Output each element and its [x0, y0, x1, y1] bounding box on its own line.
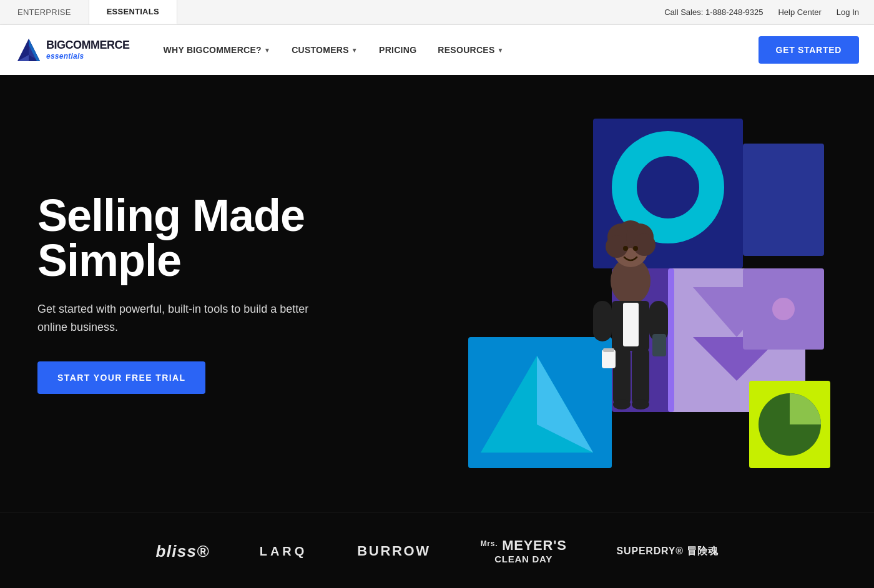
logo-bigcommerce: BIGCOMMERCE	[46, 39, 130, 52]
nav-why-bigcommerce[interactable]: WHY BIGCOMMERCE? ▼	[155, 40, 280, 60]
logo[interactable]: BIGCOMMERCE essentials	[15, 36, 130, 64]
brand-burrow: BURROW	[357, 543, 430, 559]
svg-rect-26	[623, 303, 639, 346]
brand-superdry: SUPERDRY® 冒険魂	[617, 545, 719, 558]
top-bar: ENTERPRISE ESSENTIALS Call Sales: 1-888-…	[0, 0, 874, 25]
nav-resources[interactable]: RESOURCES ▼	[429, 40, 512, 60]
essentials-tab[interactable]: ESSENTIALS	[89, 0, 177, 24]
logo-text: BIGCOMMERCE essentials	[46, 39, 130, 61]
svg-rect-31	[632, 348, 649, 404]
hero-content: Selling Made Simple Get started with pow…	[0, 143, 350, 444]
hero-subtitle: Get started with powerful, built-in tool…	[37, 300, 312, 336]
svg-point-37	[633, 246, 638, 251]
svg-point-11	[772, 298, 795, 320]
svg-rect-29	[652, 334, 666, 356]
svg-rect-30	[613, 348, 631, 404]
logo-essentials: essentials	[46, 52, 130, 61]
top-bar-right: Call Sales: 1-888-248-9325 Help Center L…	[664, 0, 874, 24]
svg-point-32	[613, 399, 631, 409]
main-nav: BIGCOMMERCE essentials WHY BIGCOMMERCE? …	[0, 25, 874, 75]
top-bar-tabs: ENTERPRISE ESSENTIALS	[0, 0, 177, 24]
hero-illustration	[393, 106, 830, 481]
why-bigcommerce-chevron-icon: ▼	[264, 47, 270, 54]
svg-rect-6	[743, 144, 824, 256]
nav-links: WHY BIGCOMMERCE? ▼ CUSTOMERS ▼ PRICING R…	[155, 40, 759, 60]
get-started-button[interactable]: GET STARTED	[759, 36, 859, 64]
brand-meyers: Mrs. MEYER'SCLEAN DAY	[481, 537, 567, 565]
brand-larq: LARQ	[260, 544, 308, 559]
nav-pricing[interactable]: PRICING	[370, 40, 425, 60]
hero-section: Selling Made Simple Get started with pow…	[0, 75, 874, 512]
bigcommerce-logo-icon	[15, 36, 42, 64]
help-center-link[interactable]: Help Center	[778, 7, 821, 17]
login-link[interactable]: Log In	[837, 7, 859, 17]
svg-point-33	[632, 399, 649, 409]
resources-chevron-icon: ▼	[498, 47, 504, 54]
brands-bar: bliss® LARQ BURROW Mrs. MEYER'SCLEAN DAY…	[0, 512, 874, 588]
svg-rect-34	[602, 350, 616, 368]
hero-visual	[350, 75, 874, 512]
customers-chevron-icon: ▼	[351, 47, 358, 54]
svg-rect-35	[603, 348, 614, 352]
hero-title: Selling Made Simple	[37, 193, 312, 283]
brand-bliss: bliss®	[155, 542, 209, 561]
enterprise-tab[interactable]: ENTERPRISE	[0, 0, 89, 24]
svg-point-36	[623, 246, 628, 251]
svg-rect-27	[593, 301, 612, 341]
call-sales-link[interactable]: Call Sales: 1-888-248-9325	[664, 7, 763, 17]
svg-point-24	[633, 233, 656, 256]
nav-customers[interactable]: CUSTOMERS ▼	[283, 40, 366, 60]
hero-cta-button[interactable]: START YOUR FREE TRIAL	[37, 361, 205, 394]
